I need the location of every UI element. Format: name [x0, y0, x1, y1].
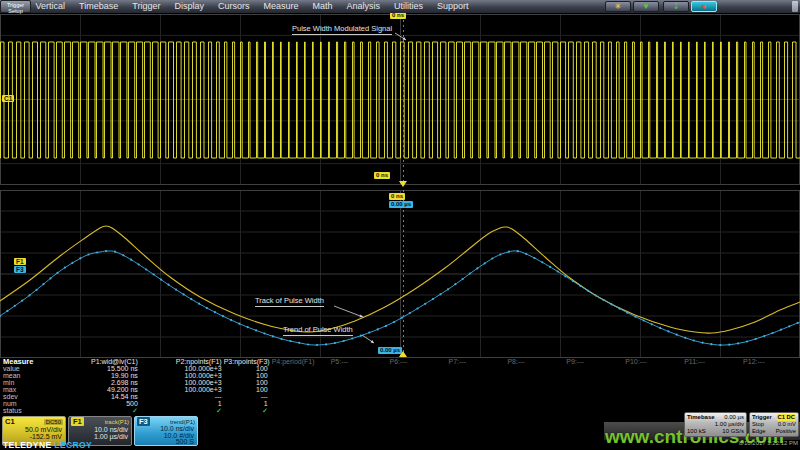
measure-p1-header[interactable]: P1:wid@lv(C1) — [60, 358, 138, 365]
green-arrow-down-icon: ▼ — [642, 2, 650, 11]
timebase-title: Timebase — [687, 414, 715, 421]
f3-cursor-readout-badge[interactable]: 0.00 µs — [389, 201, 413, 208]
f3-descriptor-box[interactable]: F3 trend(P1) 10.0 ns/div 10.0 #/div 500 … — [134, 416, 198, 446]
measure-row-label-mean: mean — [3, 372, 60, 379]
cursor-time-badge-divider[interactable]: 0 ns — [374, 172, 390, 179]
trigger-slope: Positive — [776, 428, 796, 435]
menu-bar: FileVerticalTimebaseTriggerDisplayCursor… — [0, 0, 800, 13]
trigger-level: 0.0 mV — [778, 421, 796, 428]
measure-p3-header[interactable]: P3:npoints(F3) — [224, 358, 268, 365]
measure-column-p12: P12:--- — [741, 358, 800, 415]
measure-p7-header[interactable]: P7:--- — [448, 358, 505, 365]
measure-p2-mean: 100.000e+3 — [140, 372, 222, 379]
menu-math[interactable]: Math — [305, 0, 339, 13]
measure-p1-num: 500 — [60, 400, 138, 407]
c1-coupling: DC50 — [44, 419, 63, 425]
f1-vscale: 10.0 ns/div — [69, 426, 131, 433]
measure-p3-mean: 100 — [224, 372, 268, 379]
brand-logo: TELEDYNE LECROY — [3, 440, 92, 450]
measure-p3-value: 100 — [224, 365, 268, 372]
menu-vertical[interactable]: Vertical — [29, 0, 73, 13]
toolbar-button-3[interactable]: ↧ — [663, 1, 689, 12]
menu-measure[interactable]: Measure — [256, 0, 305, 13]
measure-p1-mean: 19.90 ns — [60, 372, 138, 379]
timebase-record: 100 kS — [687, 428, 706, 435]
measure-p1-status: ✓ — [60, 407, 138, 414]
measure-column-p3: P3:npoints(F3)100100100100---1✓ — [224, 358, 270, 415]
measure-p5-header[interactable]: P5:--- — [331, 358, 388, 365]
menu-analysis[interactable]: Analysis — [339, 0, 387, 13]
measure-p1-max: 49.200 ns — [60, 386, 138, 393]
trigger-setup-button[interactable]: Trigger Setup — [0, 0, 31, 13]
toolbar-button-2[interactable]: ▼ — [633, 1, 659, 12]
measure-p10-header[interactable]: P10:--- — [625, 358, 682, 365]
timebase-summary-box[interactable]: Timebase0.00 µs 1.00 µs/div 100 kS10 GS/… — [684, 412, 747, 437]
clock-timestamp: 8/16/2017 3:22:12 PM — [739, 440, 798, 446]
measure-p2-sdev: --- — [140, 393, 222, 400]
trigger-setup-label-2: Setup — [8, 8, 22, 14]
measure-row-label-num: num — [3, 400, 60, 407]
menu-items: FileVerticalTimebaseTriggerDisplayCursor… — [0, 0, 476, 13]
annotation-pwm-signal: Pulse Width Modulated Signal — [292, 25, 392, 35]
measure-p3-sdev: --- — [224, 393, 268, 400]
f1-trace-label[interactable]: F1 — [14, 258, 26, 265]
starburst-icon: ✳ — [615, 2, 622, 11]
trigger-type: Edge — [752, 428, 766, 435]
cursor-time-badge-top[interactable]: 0 ns — [390, 12, 406, 19]
f3-trace-label[interactable]: F3 — [14, 266, 26, 273]
measure-p8-header[interactable]: P8:--- — [507, 358, 564, 365]
measure-p6-header[interactable]: P6:--- — [390, 358, 447, 365]
measure-column-p7: P7:--- — [446, 358, 505, 415]
trigger-position-marker-top[interactable] — [399, 181, 407, 187]
menu-timebase[interactable]: Timebase — [72, 0, 125, 13]
measure-column-p8: P8:--- — [505, 358, 564, 415]
c1-vscale: 50.0 mV/div — [3, 426, 65, 433]
toolbar-button-1[interactable]: ✳ — [605, 1, 631, 12]
trigger-position-marker-bottom[interactable] — [399, 351, 407, 357]
menu-cursors[interactable]: Cursors — [211, 0, 257, 13]
trigger-summary-box[interactable]: TriggerC1 DC Stop0.0 mV EdgePositive — [749, 412, 799, 437]
menu-scroll-handle[interactable] — [792, 1, 798, 12]
f3-samples: 500 S — [135, 439, 197, 446]
brand-lecroy: LECROY — [54, 440, 92, 450]
waveform-display[interactable]: Pulse Width Modulated Signal Track of Pu… — [0, 14, 800, 358]
f3-function: trend(P1) — [170, 419, 195, 425]
f3-box-label: F3 — [137, 417, 150, 426]
measure-p9-header[interactable]: P9:--- — [566, 358, 623, 365]
measure-column-p10: P10:--- — [623, 358, 682, 415]
measure-column-p4: P4:period(F1) — [270, 358, 329, 415]
c1-box-label: C1 — [5, 417, 15, 426]
c1-trace-label[interactable]: C1 — [2, 95, 14, 102]
f1-cursor-readout-badge[interactable]: 0 ns — [389, 193, 405, 200]
measure-p2-min: 100.000e+3 — [140, 379, 222, 386]
measure-p2-header[interactable]: P2:npoints(F1) — [140, 358, 222, 365]
timebase-delay: 0.00 µs — [724, 414, 744, 421]
trigger-title: Trigger — [752, 414, 772, 421]
measure-p2-value: 100.000e+3 — [140, 365, 222, 372]
menu-support[interactable]: Support — [430, 0, 476, 13]
menu-utilities[interactable]: Utilities — [387, 0, 430, 13]
annotation-trend: Trend of Pulse Width — [283, 326, 353, 336]
measure-table-title: Measure — [3, 358, 60, 365]
toolbar-button-record[interactable]: ● — [691, 1, 717, 12]
measure-p2-num: 1 — [140, 400, 222, 407]
measure-column-p11: P11:--- — [682, 358, 741, 415]
menu-trigger[interactable]: Trigger — [125, 0, 167, 13]
menu-display[interactable]: Display — [167, 0, 211, 13]
measure-p3-max: 100 — [224, 386, 268, 393]
measure-p11-header[interactable]: P11:--- — [684, 358, 741, 365]
measure-p1-value: 15.500 ns — [60, 365, 138, 372]
measure-row-label-value: value — [3, 365, 60, 372]
measure-p4-header[interactable]: P4:period(F1) — [272, 358, 329, 365]
timebase-rate: 10 GS/s — [722, 428, 744, 435]
measure-p3-status: ✓ — [224, 407, 268, 414]
measure-column-p6: P6:--- — [388, 358, 447, 415]
measure-column-p1: P1:wid@lv(C1)15.500 ns19.90 ns2.698 ns49… — [60, 358, 140, 415]
measure-p12-header[interactable]: P12:--- — [743, 358, 800, 365]
measure-column-p9: P9:--- — [564, 358, 623, 415]
measure-column-p2: P2:npoints(F1)100.000e+3100.000e+3100.00… — [140, 358, 224, 415]
measure-p1-min: 2.698 ns — [60, 379, 138, 386]
trigger-source: C1 DC — [777, 414, 796, 421]
measure-p1-sdev: 14.54 ns — [60, 393, 138, 400]
annotation-track: Track of Pulse Width — [255, 297, 324, 307]
